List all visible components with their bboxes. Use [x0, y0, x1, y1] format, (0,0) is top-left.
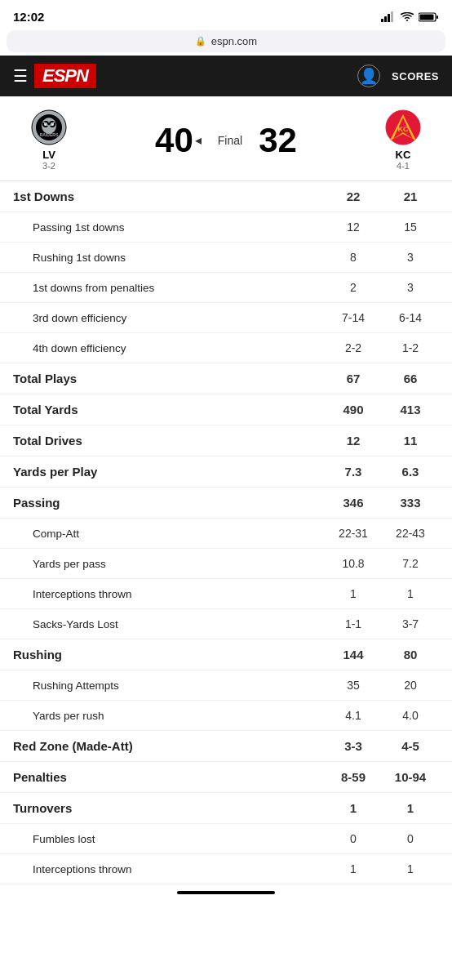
stat-kc-6: 66	[382, 372, 439, 385]
svg-rect-1	[384, 16, 387, 22]
stat-lv-11: 22-31	[325, 527, 382, 540]
stat-row-7: Total Yards490413	[0, 394, 452, 425]
stat-row-5: 4th down efficiency2-21-2	[0, 333, 452, 363]
stat-lv-7: 490	[325, 403, 382, 416]
stat-label-6: Total Plays	[13, 372, 325, 385]
game-status: Final	[218, 134, 242, 147]
svg-rect-0	[381, 19, 383, 22]
stat-label-9: Yards per Play	[13, 465, 325, 479]
stat-row-10: Passing346333	[0, 488, 452, 519]
status-icons	[381, 11, 439, 22]
espn-logo-text[interactable]: ESPN	[34, 64, 96, 88]
stat-lv-21: 0	[325, 832, 382, 845]
stat-row-4: 3rd down efficiency7-146-14	[0, 303, 452, 333]
espn-logo: ☰ ESPN	[13, 64, 96, 88]
chiefs-logo: KC	[385, 109, 421, 145]
scores-button[interactable]: SCORES	[392, 70, 439, 82]
stat-label-8: Total Drives	[13, 434, 325, 448]
svg-rect-6	[420, 14, 434, 20]
stat-lv-4: 7-14	[325, 311, 382, 324]
stat-kc-17: 4.0	[382, 709, 439, 722]
scroll-indicator	[177, 891, 275, 894]
user-avatar[interactable]: 👤	[357, 65, 380, 87]
status-bar: 12:02	[0, 0, 452, 27]
stat-kc-7: 413	[382, 403, 439, 416]
home-team-abbr: LV	[42, 149, 55, 161]
stat-lv-6: 67	[325, 372, 382, 385]
stat-kc-3: 3	[382, 281, 439, 294]
stat-lv-18: 3-3	[325, 739, 382, 753]
stat-kc-20: 1	[382, 801, 439, 815]
stat-lv-10: 346	[325, 496, 382, 510]
browser-bar: 🔒 espn.com	[7, 30, 445, 52]
stat-label-1: Passing 1st downs	[33, 221, 325, 234]
hamburger-menu[interactable]: ☰	[13, 66, 28, 86]
stat-row-15: Rushing14480	[0, 639, 452, 670]
stat-lv-19: 8-59	[325, 770, 382, 784]
battery-icon	[419, 12, 439, 22]
status-time: 12:02	[13, 10, 44, 24]
stat-label-16: Rushing Attempts	[33, 679, 325, 692]
away-team-record: 4-1	[397, 161, 410, 171]
score-section: 40 ◂ Final 32	[82, 121, 370, 160]
stat-row-16: Rushing Attempts3520	[0, 670, 452, 701]
stat-row-8: Total Drives1211	[0, 425, 452, 457]
stat-kc-15: 80	[382, 648, 439, 662]
signal-icon	[381, 11, 396, 22]
stat-row-1: Passing 1st downs1215	[0, 212, 452, 243]
home-team-record: 3-2	[42, 161, 55, 171]
stat-lv-2: 8	[325, 251, 382, 264]
winner-indicator: ◂	[195, 132, 202, 148]
svg-rect-5	[436, 16, 438, 19]
stat-kc-2: 3	[382, 251, 439, 264]
stat-label-0: 1st Downs	[13, 189, 325, 203]
stat-label-18: Red Zone (Made-Att)	[13, 739, 325, 753]
team-header: RAIDERS LV 3-2 40 ◂ Final 32 KC KC 4-1	[0, 96, 452, 181]
stat-label-3: 1st downs from penalties	[33, 282, 325, 294]
stat-lv-9: 7.3	[325, 465, 382, 479]
wifi-icon	[401, 12, 414, 22]
stat-kc-21: 0	[382, 832, 439, 845]
stat-label-21: Fumbles lost	[33, 833, 325, 845]
stat-kc-1: 15	[382, 220, 439, 234]
stat-lv-20: 1	[325, 801, 382, 815]
stat-kc-16: 20	[382, 679, 439, 692]
stat-kc-13: 1	[382, 587, 439, 600]
stat-kc-19: 10-94	[382, 770, 439, 784]
svg-text:RAIDERS: RAIDERS	[40, 132, 59, 137]
stat-lv-14: 1-1	[325, 617, 382, 630]
away-team: KC KC 4-1	[370, 109, 436, 171]
stats-table: 1st Downs2221Passing 1st downs1215Rushin…	[0, 181, 452, 884]
stat-label-14: Sacks-Yards Lost	[33, 618, 325, 630]
espn-nav: ☰ ESPN 👤 SCORES	[0, 56, 452, 96]
stat-lv-0: 22	[325, 189, 382, 203]
lock-icon: 🔒	[195, 36, 206, 47]
stat-lv-15: 144	[325, 648, 382, 662]
stat-kc-11: 22-43	[382, 527, 439, 540]
stat-label-20: Turnovers	[13, 801, 325, 815]
url-text: espn.com	[211, 35, 257, 47]
home-score: 40	[155, 121, 193, 160]
stat-lv-17: 4.1	[325, 709, 382, 722]
stat-row-17: Yards per rush4.14.0	[0, 701, 452, 731]
stat-lv-13: 1	[325, 587, 382, 600]
stat-label-5: 4th down efficiency	[33, 342, 325, 354]
stat-kc-5: 1-2	[382, 341, 439, 354]
stat-kc-12: 7.2	[382, 557, 439, 570]
stat-lv-16: 35	[325, 679, 382, 692]
stat-lv-5: 2-2	[325, 341, 382, 354]
raiders-logo: RAIDERS	[31, 109, 67, 145]
stat-kc-9: 6.3	[382, 465, 439, 479]
stat-label-11: Comp-Att	[33, 528, 325, 540]
stat-row-0: 1st Downs2221	[0, 181, 452, 212]
stat-label-22: Interceptions thrown	[33, 863, 325, 875]
home-team: RAIDERS LV 3-2	[16, 109, 82, 171]
stat-row-3: 1st downs from penalties23	[0, 273, 452, 303]
stat-kc-22: 1	[382, 862, 439, 875]
stat-label-15: Rushing	[13, 648, 325, 662]
stat-row-9: Yards per Play7.36.3	[0, 457, 452, 488]
stat-row-12: Yards per pass10.87.2	[0, 549, 452, 579]
stat-row-14: Sacks-Yards Lost1-13-7	[0, 609, 452, 639]
stat-lv-8: 12	[325, 434, 382, 448]
stat-row-18: Red Zone (Made-Att)3-34-5	[0, 731, 452, 762]
